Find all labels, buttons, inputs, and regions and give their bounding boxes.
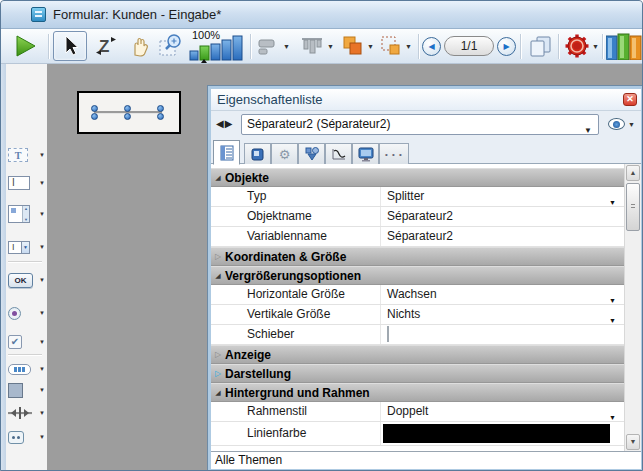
selection-handle[interactable] xyxy=(124,113,131,120)
distribute-objects-button[interactable]: ▼ xyxy=(295,31,339,61)
chevron-down-icon[interactable]: ▼ xyxy=(628,121,635,128)
section-koordinaten[interactable]: ▷ Koordinaten & Größe xyxy=(211,247,624,266)
settings-button[interactable]: ▼ xyxy=(562,31,602,61)
tab-order-icon: Z xyxy=(94,34,118,58)
object-selector-combo[interactable]: Séparateur2 (Séparateur2) ▼ xyxy=(241,114,599,135)
chevron-down-icon[interactable]: ▼ xyxy=(592,43,599,50)
scrollbar-thumb[interactable] xyxy=(626,183,640,231)
palette-separator xyxy=(8,354,42,355)
next-page-button[interactable]: ▶ xyxy=(497,37,516,56)
tab-data[interactable] xyxy=(244,143,271,164)
rahmenstil-dropdown[interactable]: Doppelt▼ xyxy=(381,402,624,421)
chevron-down-icon[interactable]: ▼ xyxy=(39,339,45,345)
align-objects-button[interactable]: ▼ xyxy=(254,31,294,61)
objektname-value-field[interactable]: Séparateur2 xyxy=(381,207,624,226)
schieber-checkbox[interactable] xyxy=(387,326,389,342)
align-icon xyxy=(258,37,280,55)
zoom-tool-button[interactable] xyxy=(156,31,186,61)
expand-arrow-icon[interactable]: ▷ xyxy=(211,350,225,359)
expand-arrow-icon[interactable]: ▷ xyxy=(211,369,225,378)
tab-curve[interactable] xyxy=(325,143,352,164)
visibility-eye-icon[interactable] xyxy=(608,118,625,130)
object-prev-next-buttons[interactable]: ◀▶ xyxy=(216,118,233,129)
tab-display[interactable] xyxy=(352,143,379,164)
selection-handle[interactable] xyxy=(91,105,98,112)
grid-scrollbar[interactable]: ▲ ▼ xyxy=(624,164,641,451)
pan-tool-button[interactable] xyxy=(124,31,154,61)
typ-value-dropdown[interactable]: Splitter▼ xyxy=(381,187,624,206)
panel-tool-button[interactable]: ▼ xyxy=(8,380,46,400)
select-tool-button[interactable] xyxy=(53,31,87,61)
chevron-down-icon[interactable]: ▼ xyxy=(39,180,45,186)
connector-tool-button[interactable]: ▼ xyxy=(8,427,46,447)
previous-page-button[interactable]: ◀ xyxy=(422,37,441,56)
collapse-arrow-icon[interactable]: ◢ xyxy=(211,389,225,397)
section-objekte[interactable]: ◢ Objekte xyxy=(211,168,624,187)
run-form-button[interactable] xyxy=(7,31,43,61)
listbox-tool-button[interactable]: ▲▼ ▼ xyxy=(8,203,46,225)
properties-panel-title: Eigenschaftenliste xyxy=(217,92,323,107)
line-color-swatch[interactable] xyxy=(383,424,610,443)
horizontale-groesse-dropdown[interactable]: Wachsen▼ xyxy=(381,285,624,304)
chevron-down-icon[interactable]: ▼ xyxy=(39,277,45,283)
zoom-level-button[interactable]: 100% xyxy=(188,29,248,63)
close-icon[interactable]: ✕ xyxy=(623,93,637,106)
page-indicator[interactable]: 1/1 xyxy=(444,36,494,56)
property-row-rahmenstil: Rahmenstil Doppelt▼ xyxy=(211,402,624,422)
vertikale-groesse-dropdown[interactable]: Nichts▼ xyxy=(381,305,624,324)
zoom-bars-icon: 100% xyxy=(189,29,247,63)
label-tool-button[interactable]: T ▼ xyxy=(8,145,46,165)
radio-tool-button[interactable]: ▼ xyxy=(8,303,46,323)
tab-more[interactable]: • • • xyxy=(379,143,409,164)
checkbox-tool-button[interactable]: ✔ ▼ xyxy=(8,332,46,352)
tab-order-button[interactable]: Z xyxy=(91,31,121,61)
section-anzeige[interactable]: ▷ Anzeige xyxy=(211,345,624,364)
object-selector-value: Séparateur2 (Séparateur2) xyxy=(247,117,390,131)
textfield-tool-button[interactable]: I ▼ xyxy=(8,173,46,193)
collapse-arrow-icon[interactable]: ◢ xyxy=(211,272,225,280)
chevron-down-icon[interactable]: ▼ xyxy=(39,310,45,316)
chevron-down-icon[interactable]: ▼ xyxy=(39,434,45,440)
chevron-down-icon[interactable]: ▼ xyxy=(327,43,334,50)
selection-handle[interactable] xyxy=(157,113,164,120)
combobox-tool-button[interactable]: I▼ ▼ xyxy=(8,237,46,257)
library-button[interactable] xyxy=(606,31,643,61)
collapse-arrow-icon[interactable]: ◢ xyxy=(211,174,225,182)
section-darstellung[interactable]: ▷ Darstellung xyxy=(211,364,624,383)
scroll-down-icon[interactable]: ▼ xyxy=(626,434,640,450)
tab-layout[interactable] xyxy=(298,143,325,164)
variablenname-value-field[interactable]: Séparateur2 xyxy=(381,227,624,246)
arrange-order-button[interactable]: ▼ xyxy=(340,31,376,61)
chevron-down-icon[interactable]: ▼ xyxy=(584,121,592,140)
chevron-down-icon[interactable]: ▼ xyxy=(39,244,45,250)
title-bar[interactable]: Formular: Kunden - Eingabe* xyxy=(1,1,642,29)
tab-options[interactable]: ⚙ xyxy=(271,143,298,164)
chevron-down-icon[interactable]: ▼ xyxy=(39,211,45,217)
toolbar-tool-button[interactable]: ▼ xyxy=(8,359,46,379)
selection-handle[interactable] xyxy=(157,105,164,112)
chevron-down-icon[interactable]: ▼ xyxy=(39,410,45,416)
object-selector-row: ◀▶ Séparateur2 (Séparateur2) ▼ ▼ xyxy=(211,111,641,139)
chevron-down-icon[interactable]: ▼ xyxy=(283,43,290,50)
button-tool-button[interactable]: OK ▼ xyxy=(8,270,46,290)
chevron-down-icon[interactable]: ▼ xyxy=(39,387,45,393)
property-grid: ◢ Objekte Typ Splitter▼ Objektname Sépar… xyxy=(211,164,641,451)
pages-button[interactable] xyxy=(524,31,556,61)
section-vergroesserung[interactable]: ◢ Vergrößerungsoptionen xyxy=(211,266,624,285)
section-hintergrund-rahmen[interactable]: ◢ Hintergrund und Rahmen xyxy=(211,383,624,402)
expand-arrow-icon[interactable]: ▷ xyxy=(211,252,225,261)
chevron-down-icon[interactable]: ▼ xyxy=(405,43,412,50)
chevron-down-icon[interactable]: ▼ xyxy=(39,152,45,158)
selection-handle[interactable] xyxy=(124,105,131,112)
scroll-up-icon[interactable]: ▲ xyxy=(626,165,640,181)
hand-icon xyxy=(127,34,151,58)
chevron-down-icon[interactable]: ▼ xyxy=(39,366,45,372)
properties-panel-titlebar[interactable]: Eigenschaftenliste ✕ xyxy=(211,89,641,111)
toolbar-tool-icon xyxy=(8,364,31,375)
chevron-down-icon[interactable]: ▼ xyxy=(367,43,374,50)
form-window-icon xyxy=(31,7,46,22)
splitter-tool-button[interactable]: ▼ xyxy=(8,403,46,423)
selection-mode-button[interactable]: ▼ xyxy=(378,31,414,61)
tab-property-list[interactable] xyxy=(213,140,240,165)
selection-handle[interactable] xyxy=(91,113,98,120)
